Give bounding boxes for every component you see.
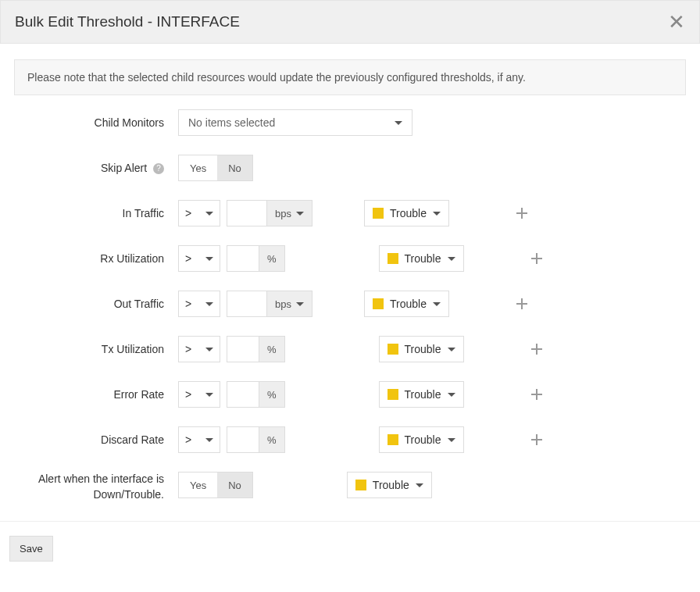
- in-traffic-value[interactable]: [227, 201, 266, 226]
- discard-rate-value-group: %: [227, 426, 285, 453]
- alert-when-down-toggle: Yes No: [178, 472, 253, 498]
- in-traffic-value-group: bps: [227, 200, 312, 226]
- rx-util-status[interactable]: Trouble: [379, 245, 464, 272]
- rx-util-value[interactable]: [227, 246, 259, 271]
- in-traffic-unit[interactable]: bps: [266, 201, 312, 226]
- form-area: Child Monitors No items selected Skip Al…: [0, 109, 700, 502]
- label-child-monitors: Child Monitors: [14, 110, 178, 135]
- close-icon[interactable]: ✕: [668, 12, 685, 32]
- alert-when-down-status[interactable]: Trouble: [347, 472, 432, 498]
- label-alert-when-down: Alert when the interface is Down/Trouble…: [14, 472, 178, 502]
- tx-util-add[interactable]: [523, 336, 550, 362]
- in-traffic-add[interactable]: [509, 200, 535, 226]
- chevron-down-icon: [448, 257, 455, 261]
- chevron-down-icon: [296, 302, 304, 306]
- label-out-traffic: Out Traffic: [14, 291, 178, 316]
- row-tx-util: Tx Utilization > % Trouble: [14, 336, 686, 362]
- label-error-rate: Error Rate: [14, 382, 178, 407]
- skip-alert-toggle: Yes No: [178, 155, 253, 181]
- dialog-title: Bulk Edit Threshold - INTERFACE: [15, 13, 240, 30]
- chevron-down-icon: [395, 121, 402, 125]
- in-traffic-operator[interactable]: >: [178, 200, 220, 226]
- chevron-down-icon: [205, 257, 213, 261]
- row-rx-util: Rx Utilization > % Trouble: [14, 245, 686, 272]
- out-traffic-value-group: bps: [227, 291, 312, 317]
- chevron-down-icon: [448, 348, 455, 351]
- row-skip-alert: Skip Alert ? Yes No: [14, 155, 686, 181]
- error-rate-value-group: %: [227, 381, 285, 408]
- error-rate-value[interactable]: [227, 382, 259, 407]
- status-color-icon: [373, 298, 384, 309]
- label-tx-util: Tx Utilization: [14, 337, 178, 362]
- save-button[interactable]: Save: [9, 536, 53, 562]
- chevron-down-icon: [416, 483, 423, 487]
- out-traffic-unit[interactable]: bps: [266, 291, 312, 316]
- chevron-down-icon: [205, 348, 213, 351]
- label-discard-rate: Discard Rate: [14, 427, 178, 452]
- row-child-monitors: Child Monitors No items selected: [14, 109, 686, 136]
- footer: Save: [0, 536, 700, 577]
- row-in-traffic: In Traffic > bps Trouble: [14, 200, 686, 226]
- status-color-icon: [373, 208, 384, 219]
- label-skip-alert: Skip Alert ?: [14, 155, 178, 180]
- discard-rate-status[interactable]: Trouble: [379, 426, 464, 453]
- label-rx-util: Rx Utilization: [14, 246, 178, 271]
- chevron-down-icon: [296, 212, 304, 216]
- skip-alert-yes[interactable]: Yes: [179, 155, 217, 180]
- out-traffic-value[interactable]: [227, 291, 266, 316]
- error-rate-status[interactable]: Trouble: [379, 381, 464, 408]
- chevron-down-icon: [205, 393, 213, 397]
- tx-util-unit: %: [259, 337, 284, 362]
- rx-util-operator[interactable]: >: [178, 245, 220, 272]
- status-color-icon: [388, 344, 398, 355]
- info-icon[interactable]: ?: [153, 163, 164, 174]
- status-color-icon: [388, 389, 398, 400]
- status-color-icon: [388, 434, 398, 445]
- discard-rate-unit: %: [259, 427, 284, 452]
- error-rate-unit: %: [259, 382, 284, 407]
- rx-util-value-group: %: [227, 245, 285, 272]
- chevron-down-icon: [433, 302, 441, 306]
- tx-util-operator[interactable]: >: [178, 336, 220, 362]
- skip-alert-no[interactable]: No: [217, 155, 252, 180]
- rx-util-unit: %: [259, 246, 284, 271]
- child-monitors-value: No items selected: [188, 116, 275, 129]
- alert-when-down-no[interactable]: No: [217, 473, 252, 497]
- chevron-down-icon: [205, 212, 213, 216]
- tx-util-value[interactable]: [227, 337, 259, 362]
- status-color-icon: [388, 253, 398, 264]
- chevron-down-icon: [448, 438, 455, 442]
- chevron-down-icon: [448, 393, 455, 397]
- rx-util-add[interactable]: [523, 245, 550, 272]
- chevron-down-icon: [205, 302, 213, 306]
- row-alert-when-down: Alert when the interface is Down/Trouble…: [14, 472, 686, 502]
- row-error-rate: Error Rate > % Trouble: [14, 381, 686, 408]
- label-in-traffic: In Traffic: [14, 201, 178, 226]
- chevron-down-icon: [205, 438, 213, 442]
- out-traffic-operator[interactable]: >: [178, 291, 220, 317]
- divider: [0, 521, 700, 522]
- discard-rate-add[interactable]: [523, 426, 550, 453]
- error-rate-operator[interactable]: >: [178, 381, 220, 408]
- out-traffic-add[interactable]: [509, 291, 535, 317]
- out-traffic-status[interactable]: Trouble: [364, 291, 449, 317]
- dialog-header: Bulk Edit Threshold - INTERFACE ✕: [0, 0, 700, 44]
- discard-rate-value[interactable]: [227, 427, 259, 452]
- tx-util-value-group: %: [227, 336, 285, 362]
- row-discard-rate: Discard Rate > % Trouble: [14, 426, 686, 453]
- row-out-traffic: Out Traffic > bps Trouble: [14, 291, 686, 317]
- in-traffic-status[interactable]: Trouble: [364, 200, 449, 226]
- status-color-icon: [355, 480, 366, 490]
- error-rate-add[interactable]: [523, 381, 550, 408]
- child-monitors-select[interactable]: No items selected: [178, 109, 412, 136]
- tx-util-status[interactable]: Trouble: [379, 336, 464, 362]
- chevron-down-icon: [433, 212, 441, 216]
- discard-rate-operator[interactable]: >: [178, 426, 220, 453]
- alert-when-down-yes[interactable]: Yes: [179, 473, 217, 497]
- info-notice: Please note that the selected child reso…: [14, 59, 686, 95]
